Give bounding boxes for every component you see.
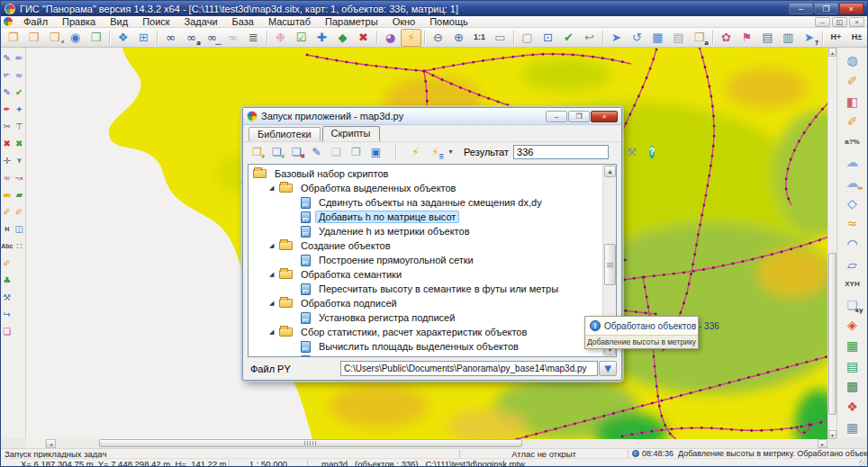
menu-item[interactable]: Масштаб	[261, 16, 318, 27]
zoom-frame-button[interactable]: ▭	[490, 29, 511, 47]
mdi-restore-button[interactable]: ◱	[832, 17, 847, 27]
mdi-minimize-button[interactable]: –	[815, 17, 830, 27]
topology-button[interactable]: ✛	[1, 152, 13, 169]
flashlight2-button[interactable]: ✐	[14, 203, 25, 220]
menu-item[interactable]: Поиск	[135, 16, 176, 27]
edit-query-button[interactable]: ✎	[1, 84, 13, 101]
toolbar-button[interactable]	[421, 29, 428, 47]
select-object-button[interactable]: ◆	[332, 29, 353, 47]
open-map-button[interactable]: ❐	[3, 29, 23, 47]
dialog-tab[interactable]: Библиотеки	[249, 127, 321, 141]
overlap-rects-button[interactable]: ◧	[841, 91, 864, 112]
horizontal-scroll-track[interactable]	[56, 439, 818, 448]
move-node-button[interactable]: ✦	[14, 101, 25, 118]
parcel-button[interactable]: ▰	[14, 186, 25, 203]
mdi-close-button[interactable]: ×	[849, 17, 864, 27]
flashlight-ellipse-button[interactable]: ✐	[841, 71, 864, 92]
arrow-edit-button[interactable]: ↪	[1, 306, 13, 323]
vertical-scroll-thumb[interactable]	[828, 253, 836, 415]
toolbar-button[interactable]	[819, 29, 826, 47]
toolbar-button[interactable]	[710, 29, 716, 47]
run-list-button[interactable]: ⚡ ≣	[426, 143, 445, 160]
edit-script-button[interactable]: ✎	[307, 143, 326, 160]
menu-item[interactable]: Окно	[385, 16, 423, 27]
toolbar-button[interactable]	[106, 29, 113, 47]
edit-pencil-button[interactable]: ✎	[1, 49, 13, 67]
dialog-toolbar-button[interactable]	[386, 143, 405, 160]
polygon-area-button[interactable]: ◇	[841, 193, 864, 213]
resize-grip[interactable]	[859, 460, 867, 467]
ruler-button[interactable]: ▬	[1, 186, 13, 203]
tree-item[interactable]: ◢ Обработка подписей	[249, 296, 601, 310]
toolbar-button[interactable]	[264, 29, 270, 47]
save-script-button[interactable]: ▣	[366, 143, 385, 160]
select-clear-button[interactable]: ✖	[353, 29, 374, 47]
map-fragment-button[interactable]: ▩	[841, 376, 864, 397]
scroll-up-arrow[interactable]: ▴	[828, 48, 836, 57]
h-plus-button[interactable]: H+	[826, 29, 846, 47]
expand-arrow-icon[interactable]: ◢	[269, 300, 279, 307]
menu-item[interactable]: Файл	[16, 16, 55, 27]
xy-box-button[interactable]: ❏ xy	[841, 295, 864, 316]
flashlight-a-button[interactable]: ✐	[1, 203, 13, 220]
split-frame-button[interactable]: ◫	[14, 220, 25, 238]
minimize-button[interactable]: –	[789, 3, 813, 14]
layers-button[interactable]: ❖	[113, 29, 133, 47]
find-advanced-button[interactable]: ∞ …	[202, 29, 222, 47]
expand-arrow-icon[interactable]: ◢	[269, 328, 279, 336]
scale-1-1-button[interactable]: 1:1	[469, 29, 490, 47]
spline-edit-button[interactable]: ≈	[14, 67, 25, 84]
pencil-ok-button[interactable]: ✏	[14, 49, 25, 67]
layers-stack-button[interactable]: ▤	[841, 355, 864, 376]
open-dbm-button[interactable]: ❒ ᵈ	[44, 29, 65, 47]
flashlight-button[interactable]: ✐	[841, 112, 864, 132]
h-plusminus-button[interactable]: H±	[846, 29, 867, 47]
pointer-grid-button[interactable]: ▦	[647, 29, 668, 47]
clouds-area-button[interactable]: ☁ ▬	[841, 173, 864, 193]
what-is-button[interactable]: ➤ ?	[799, 29, 819, 47]
cloud-length-button[interactable]: ☁	[841, 152, 864, 173]
globe-grid-button[interactable]: ◍	[841, 50, 864, 71]
gallery-button[interactable]: ❏	[1, 323, 13, 340]
tree-item[interactable]: ◢ Обработка семантики	[249, 267, 601, 282]
tree-item[interactable]: Удаление h из метрики объектов	[249, 224, 601, 238]
toolbar-button[interactable]	[600, 29, 606, 47]
back-button[interactable]: ↩	[579, 29, 600, 47]
new-blank-button[interactable]: ❏	[327, 143, 346, 160]
close-button[interactable]: ×	[839, 3, 863, 14]
tree-item[interactable]: Пересчитать высоту в семантике в футы ил…	[249, 282, 601, 296]
network-button[interactable]: ❖	[841, 397, 864, 418]
zoom-out-button[interactable]: ⊖	[428, 29, 448, 47]
flashlight-button[interactable]: ✐	[1, 255, 13, 272]
help-button[interactable]: ?	[649, 146, 655, 158]
tree-item[interactable]: Построение прямоугольной сетки	[249, 253, 601, 267]
dialog-tab[interactable]: Скрипты	[322, 126, 380, 141]
delete-object-button[interactable]: ✖	[1, 135, 13, 152]
accept-button[interactable]: ✔	[558, 29, 579, 47]
dialog-minimize-button[interactable]: –	[546, 111, 567, 122]
route-button[interactable]: ⚑	[737, 29, 757, 47]
palette-button[interactable]: ✿	[716, 29, 737, 47]
map-composition-button[interactable]: ⊞	[133, 29, 154, 47]
edit-cut-button[interactable]: ✃	[1, 67, 13, 84]
map-horizontal-scrollbar[interactable]: ◂ ▸	[26, 439, 827, 448]
profile-button[interactable]: ≈	[841, 213, 864, 234]
statistics-abc-button[interactable]: a?%	[841, 132, 864, 153]
maximize-button[interactable]: ❐	[814, 3, 838, 14]
toolbar-button[interactable]	[154, 29, 160, 47]
arc-bridge-button[interactable]: ◠	[841, 234, 864, 255]
open-geoportal-button[interactable]: ◉	[65, 29, 86, 47]
menu-item[interactable]: Правка	[55, 16, 103, 27]
dialog-close-button[interactable]: ×	[591, 111, 618, 122]
undo-view-button[interactable]: ↺	[627, 29, 647, 47]
status-scale[interactable]: 1 : 50 000	[232, 459, 304, 467]
abc-button[interactable]: Abc	[1, 238, 13, 255]
horizontal-scroll-thumb[interactable]	[99, 439, 522, 447]
menu-item[interactable]: Вид	[103, 16, 135, 27]
copy-script-button[interactable]: ❐	[347, 143, 366, 160]
print-setup-button[interactable]: ▥	[778, 29, 799, 47]
slope-button[interactable]: ▱	[841, 254, 864, 274]
matrix-rainbow-button[interactable]: ◈	[841, 315, 864, 336]
spline-button[interactable]: ≈	[1, 169, 13, 186]
scroll-down-arrow[interactable]: ▾	[828, 430, 836, 439]
